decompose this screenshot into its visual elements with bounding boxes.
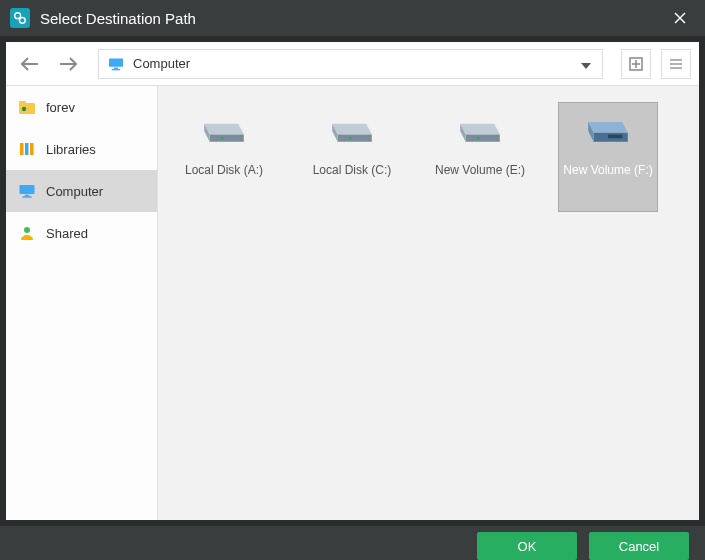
view-mode-button[interactable] [661, 49, 691, 79]
svg-rect-24 [23, 196, 32, 198]
svg-rect-7 [114, 67, 118, 68]
svg-point-29 [221, 137, 224, 140]
svg-rect-41 [608, 135, 622, 139]
close-icon [674, 12, 686, 24]
svg-marker-38 [588, 122, 628, 133]
drive-icon [324, 113, 380, 149]
sidebar-item-label: forev [46, 100, 75, 115]
window-title: Select Destination Path [40, 10, 196, 27]
drive-local-a[interactable]: Local Disk (A:) [174, 102, 274, 212]
path-dropdown-button[interactable] [578, 55, 594, 73]
svg-point-1 [19, 17, 25, 23]
arrow-right-icon [56, 55, 80, 73]
toolbar: Computer [6, 42, 699, 86]
svg-marker-26 [204, 124, 244, 135]
footer: OK Cancel [0, 526, 705, 560]
svg-point-25 [24, 227, 30, 233]
svg-rect-22 [20, 185, 35, 194]
svg-rect-20 [25, 143, 29, 155]
sidebar-item-label: Shared [46, 226, 88, 241]
computer-icon [107, 57, 125, 71]
svg-rect-8 [112, 68, 120, 69]
sidebar-item-shared[interactable]: Shared [6, 212, 157, 254]
user-folder-icon [18, 98, 36, 116]
drive-local-c[interactable]: Local Disk (C:) [302, 102, 402, 212]
svg-marker-35 [466, 135, 500, 142]
drive-icon [580, 113, 636, 149]
new-folder-button[interactable] [621, 49, 651, 79]
svg-point-33 [349, 137, 352, 140]
libraries-icon [18, 140, 36, 158]
svg-point-37 [477, 137, 480, 140]
computer-icon [18, 182, 36, 200]
app-icon [10, 8, 30, 28]
svg-marker-9 [581, 63, 591, 69]
svg-marker-31 [338, 135, 372, 142]
title-bar: Select Destination Path [0, 0, 705, 36]
sidebar: forev Libraries Computer [6, 86, 158, 520]
drive-icon [452, 113, 508, 149]
drive-label: Local Disk (A:) [185, 163, 263, 177]
ok-button[interactable]: OK [477, 532, 577, 560]
svg-rect-19 [20, 143, 24, 155]
drive-grid: Local Disk (A:) Local Disk (C:) [174, 102, 683, 212]
drive-label: New Volume (F:) [563, 163, 652, 177]
svg-rect-21 [30, 143, 34, 155]
sidebar-item-forev[interactable]: forev [6, 86, 157, 128]
svg-rect-6 [109, 58, 123, 66]
svg-rect-23 [25, 195, 30, 197]
drive-volume-e[interactable]: New Volume (E:) [430, 102, 530, 212]
svg-point-18 [22, 107, 26, 111]
svg-point-0 [15, 13, 21, 19]
plus-icon [629, 57, 643, 71]
drive-label: Local Disk (C:) [313, 163, 392, 177]
drive-volume-f[interactable]: New Volume (F:) [558, 102, 658, 212]
sidebar-item-computer[interactable]: Computer [6, 170, 157, 212]
cancel-button[interactable]: Cancel [589, 532, 689, 560]
arrow-left-icon [18, 55, 42, 73]
svg-marker-34 [460, 124, 500, 135]
drive-label: New Volume (E:) [435, 163, 525, 177]
shared-icon [18, 224, 36, 242]
content-pane: Local Disk (A:) Local Disk (C:) [158, 86, 699, 520]
drive-icon [196, 113, 252, 149]
sidebar-item-libraries[interactable]: Libraries [6, 128, 157, 170]
svg-marker-27 [210, 135, 244, 142]
nav-back-button[interactable] [14, 49, 46, 79]
path-text: Computer [133, 56, 570, 71]
close-button[interactable] [665, 3, 695, 33]
chevron-down-icon [581, 63, 591, 69]
sidebar-item-label: Computer [46, 184, 103, 199]
list-view-icon [669, 57, 683, 71]
path-box[interactable]: Computer [98, 49, 603, 79]
svg-marker-30 [332, 124, 372, 135]
svg-rect-17 [19, 101, 26, 105]
nav-forward-button[interactable] [52, 49, 84, 79]
sidebar-item-label: Libraries [46, 142, 96, 157]
dialog-body: Computer forev [6, 42, 699, 520]
